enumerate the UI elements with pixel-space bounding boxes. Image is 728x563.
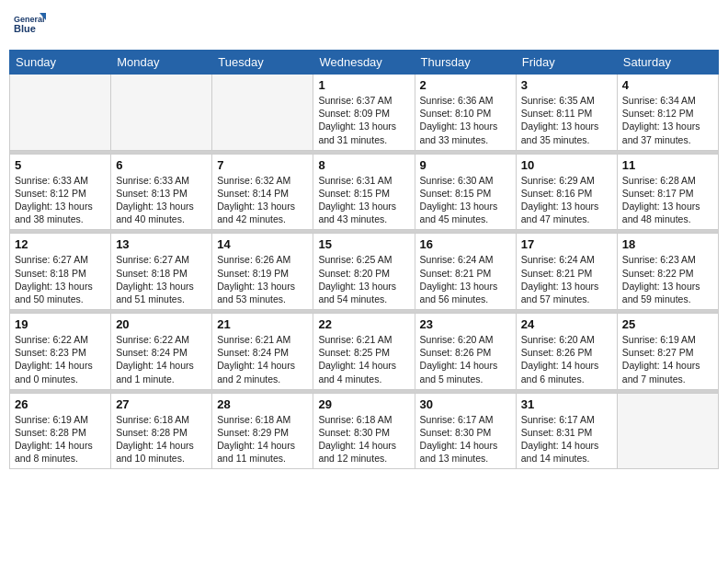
day-number: 15 <box>318 237 409 251</box>
day-number: 18 <box>622 237 713 251</box>
calendar-cell: 17Sunrise: 6:24 AM Sunset: 8:21 PM Dayli… <box>516 234 617 310</box>
calendar-cell: 22Sunrise: 6:21 AM Sunset: 8:25 PM Dayli… <box>313 314 415 390</box>
day-info: Sunrise: 6:25 AM Sunset: 8:20 PM Dayligh… <box>318 253 409 305</box>
day-info: Sunrise: 6:18 AM Sunset: 8:30 PM Dayligh… <box>318 413 409 465</box>
calendar-cell <box>111 75 212 151</box>
day-number: 29 <box>318 397 409 411</box>
calendar-week-row: 12Sunrise: 6:27 AM Sunset: 8:18 PM Dayli… <box>10 234 719 310</box>
calendar-cell: 19Sunrise: 6:22 AM Sunset: 8:23 PM Dayli… <box>10 314 111 390</box>
day-info: Sunrise: 6:20 AM Sunset: 8:26 PM Dayligh… <box>420 333 511 385</box>
calendar-week-row: 26Sunrise: 6:19 AM Sunset: 8:28 PM Dayli… <box>10 393 719 469</box>
calendar-cell <box>617 393 718 469</box>
day-info: Sunrise: 6:17 AM Sunset: 8:31 PM Dayligh… <box>521 413 612 465</box>
calendar-week-row: 1Sunrise: 6:37 AM Sunset: 8:09 PM Daylig… <box>10 75 719 151</box>
day-info: Sunrise: 6:20 AM Sunset: 8:26 PM Dayligh… <box>521 333 612 385</box>
day-number: 24 <box>521 317 612 331</box>
day-info: Sunrise: 6:32 AM Sunset: 8:14 PM Dayligh… <box>217 174 308 226</box>
day-number: 30 <box>420 397 511 411</box>
calendar-cell: 31Sunrise: 6:17 AM Sunset: 8:31 PM Dayli… <box>516 393 617 469</box>
day-number: 9 <box>420 158 511 172</box>
day-info: Sunrise: 6:18 AM Sunset: 8:28 PM Dayligh… <box>116 413 207 465</box>
calendar-cell: 28Sunrise: 6:18 AM Sunset: 8:29 PM Dayli… <box>212 393 313 469</box>
calendar-cell: 23Sunrise: 6:20 AM Sunset: 8:26 PM Dayli… <box>415 314 516 390</box>
day-number: 17 <box>521 237 612 251</box>
weekday-header-wednesday: Wednesday <box>313 51 415 75</box>
calendar-cell: 9Sunrise: 6:30 AM Sunset: 8:15 PM Daylig… <box>415 154 516 230</box>
svg-text:Blue: Blue <box>14 23 36 34</box>
calendar-cell: 25Sunrise: 6:19 AM Sunset: 8:27 PM Dayli… <box>617 314 718 390</box>
day-info: Sunrise: 6:35 AM Sunset: 8:11 PM Dayligh… <box>521 94 612 146</box>
day-info: Sunrise: 6:29 AM Sunset: 8:16 PM Dayligh… <box>521 174 612 226</box>
weekday-header-row: SundayMondayTuesdayWednesdayThursdayFrid… <box>10 51 719 75</box>
day-info: Sunrise: 6:21 AM Sunset: 8:25 PM Dayligh… <box>318 333 409 385</box>
calendar-cell: 21Sunrise: 6:21 AM Sunset: 8:24 PM Dayli… <box>212 314 313 390</box>
day-number: 26 <box>15 397 106 411</box>
calendar-cell: 11Sunrise: 6:28 AM Sunset: 8:17 PM Dayli… <box>617 154 718 230</box>
calendar-cell: 5Sunrise: 6:33 AM Sunset: 8:12 PM Daylig… <box>10 154 111 230</box>
calendar-cell: 7Sunrise: 6:32 AM Sunset: 8:14 PM Daylig… <box>212 154 313 230</box>
day-number: 2 <box>420 78 511 92</box>
day-info: Sunrise: 6:33 AM Sunset: 8:12 PM Dayligh… <box>15 174 106 226</box>
day-number: 3 <box>521 78 612 92</box>
calendar-cell: 13Sunrise: 6:27 AM Sunset: 8:18 PM Dayli… <box>111 234 212 310</box>
calendar-cell: 14Sunrise: 6:26 AM Sunset: 8:19 PM Dayli… <box>212 234 313 310</box>
day-number: 6 <box>116 158 207 172</box>
day-info: Sunrise: 6:22 AM Sunset: 8:23 PM Dayligh… <box>15 333 106 385</box>
calendar-cell: 15Sunrise: 6:25 AM Sunset: 8:20 PM Dayli… <box>313 234 415 310</box>
day-info: Sunrise: 6:18 AM Sunset: 8:29 PM Dayligh… <box>217 413 308 465</box>
calendar-cell: 6Sunrise: 6:33 AM Sunset: 8:13 PM Daylig… <box>111 154 212 230</box>
calendar-cell: 4Sunrise: 6:34 AM Sunset: 8:12 PM Daylig… <box>617 75 718 151</box>
calendar-cell: 8Sunrise: 6:31 AM Sunset: 8:15 PM Daylig… <box>313 154 415 230</box>
calendar-cell <box>212 75 313 151</box>
day-number: 27 <box>116 397 207 411</box>
logo: General Blue <box>13 9 46 42</box>
day-number: 13 <box>116 237 207 251</box>
day-info: Sunrise: 6:34 AM Sunset: 8:12 PM Dayligh… <box>622 94 713 146</box>
weekday-header-thursday: Thursday <box>415 51 516 75</box>
day-info: Sunrise: 6:19 AM Sunset: 8:28 PM Dayligh… <box>15 413 106 465</box>
calendar-week-row: 19Sunrise: 6:22 AM Sunset: 8:23 PM Dayli… <box>10 314 719 390</box>
weekday-header-tuesday: Tuesday <box>212 51 313 75</box>
calendar-cell: 26Sunrise: 6:19 AM Sunset: 8:28 PM Dayli… <box>10 393 111 469</box>
calendar-table: SundayMondayTuesdayWednesdayThursdayFrid… <box>9 50 719 469</box>
day-number: 28 <box>217 397 308 411</box>
calendar-cell: 27Sunrise: 6:18 AM Sunset: 8:28 PM Dayli… <box>111 393 212 469</box>
day-info: Sunrise: 6:21 AM Sunset: 8:24 PM Dayligh… <box>217 333 308 385</box>
weekday-header-saturday: Saturday <box>617 51 718 75</box>
day-info: Sunrise: 6:30 AM Sunset: 8:15 PM Dayligh… <box>420 174 511 226</box>
calendar-cell: 30Sunrise: 6:17 AM Sunset: 8:30 PM Dayli… <box>415 393 516 469</box>
weekday-header-friday: Friday <box>516 51 617 75</box>
day-number: 5 <box>15 158 106 172</box>
calendar-cell: 20Sunrise: 6:22 AM Sunset: 8:24 PM Dayli… <box>111 314 212 390</box>
logo-icon: General Blue <box>13 9 46 42</box>
day-number: 21 <box>217 317 308 331</box>
day-number: 8 <box>318 158 409 172</box>
calendar-cell: 1Sunrise: 6:37 AM Sunset: 8:09 PM Daylig… <box>313 75 415 151</box>
calendar-cell <box>10 75 111 151</box>
day-number: 19 <box>15 317 106 331</box>
page-header: General Blue <box>9 9 719 42</box>
day-info: Sunrise: 6:36 AM Sunset: 8:10 PM Dayligh… <box>420 94 511 146</box>
calendar-cell: 10Sunrise: 6:29 AM Sunset: 8:16 PM Dayli… <box>516 154 617 230</box>
calendar-cell: 18Sunrise: 6:23 AM Sunset: 8:22 PM Dayli… <box>617 234 718 310</box>
day-info: Sunrise: 6:23 AM Sunset: 8:22 PM Dayligh… <box>622 253 713 305</box>
day-info: Sunrise: 6:24 AM Sunset: 8:21 PM Dayligh… <box>420 253 511 305</box>
day-number: 16 <box>420 237 511 251</box>
day-number: 1 <box>318 78 409 92</box>
calendar-cell: 3Sunrise: 6:35 AM Sunset: 8:11 PM Daylig… <box>516 75 617 151</box>
day-info: Sunrise: 6:19 AM Sunset: 8:27 PM Dayligh… <box>622 333 713 385</box>
day-info: Sunrise: 6:31 AM Sunset: 8:15 PM Dayligh… <box>318 174 409 226</box>
day-info: Sunrise: 6:28 AM Sunset: 8:17 PM Dayligh… <box>622 174 713 226</box>
calendar-cell: 24Sunrise: 6:20 AM Sunset: 8:26 PM Dayli… <box>516 314 617 390</box>
day-number: 11 <box>622 158 713 172</box>
day-info: Sunrise: 6:27 AM Sunset: 8:18 PM Dayligh… <box>116 253 207 305</box>
day-number: 31 <box>521 397 612 411</box>
calendar-cell: 12Sunrise: 6:27 AM Sunset: 8:18 PM Dayli… <box>10 234 111 310</box>
day-info: Sunrise: 6:33 AM Sunset: 8:13 PM Dayligh… <box>116 174 207 226</box>
day-number: 7 <box>217 158 308 172</box>
day-number: 22 <box>318 317 409 331</box>
day-number: 25 <box>622 317 713 331</box>
calendar-week-row: 5Sunrise: 6:33 AM Sunset: 8:12 PM Daylig… <box>10 154 719 230</box>
weekday-header-sunday: Sunday <box>10 51 111 75</box>
day-info: Sunrise: 6:24 AM Sunset: 8:21 PM Dayligh… <box>521 253 612 305</box>
